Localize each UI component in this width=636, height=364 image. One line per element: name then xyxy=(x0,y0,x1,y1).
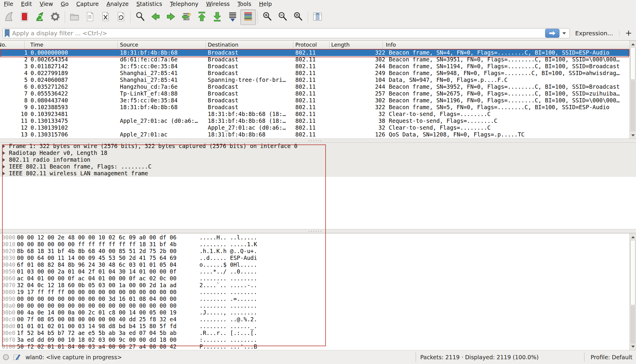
zoom-out-button[interactable] xyxy=(275,9,291,25)
scroll-down-arrow[interactable] xyxy=(630,344,636,349)
scrollbar-track[interactable] xyxy=(630,80,635,131)
packet-row[interactable]: 3 0.011827142 3c:f5:cc:0e:35:84 Broadcas… xyxy=(0,63,629,70)
filter-dropdown-button[interactable] xyxy=(561,29,568,37)
packet-row[interactable]: 12 0.130139102 Apple_27:01:ac (d0:a6:… 8… xyxy=(0,124,629,131)
hex-row[interactable]: 0020 8b 68 18 31 bf 4b 8b 68 40 00 85 51… xyxy=(0,248,636,255)
hex-row[interactable]: 00f0 3a ed dd 09 00 10 18 02 03 00 9c 00… xyxy=(0,336,636,343)
menu-item[interactable]: Capture xyxy=(72,0,103,8)
hex-row[interactable]: 0090 00 00 00 00 00 00 00 00 00 3d 16 01… xyxy=(0,295,636,302)
column-separator[interactable] xyxy=(293,41,293,49)
hex-row[interactable]: 0030 00 00 64 00 11 14 00 09 45 53 50 2d… xyxy=(0,255,636,261)
menu-item[interactable]: Wireless xyxy=(202,0,234,8)
capture-comment-button[interactable] xyxy=(13,354,21,363)
detail-row[interactable]: Frame 1: 322 bytes on wire (2576 bits), … xyxy=(0,143,636,150)
hex-row[interactable]: 0060 ac 04 01 00 00 0f ac 04 01 00 00 0f… xyxy=(0,275,636,282)
go-to-first-packet-button[interactable] xyxy=(194,9,210,25)
pane-splitter[interactable] xyxy=(0,229,636,233)
save-file-button[interactable] xyxy=(82,9,98,25)
find-packet-button[interactable] xyxy=(132,9,148,25)
column-header-destination[interactable]: Destination xyxy=(208,41,238,49)
menu-item[interactable]: Go xyxy=(57,0,72,8)
expander-arrow-icon[interactable] xyxy=(3,172,5,175)
scroll-down-arrow[interactable] xyxy=(630,132,636,138)
scrollbar-thumb[interactable] xyxy=(630,47,635,80)
expander-arrow-icon[interactable] xyxy=(3,144,5,148)
packet-row[interactable]: 4 0.022799189 Shanghai_27:85:41 Broadcas… xyxy=(0,70,629,77)
packet-row[interactable]: 5 0.024060087 Shanghai_27:85:41 Spanning… xyxy=(0,77,629,83)
packet-list-scrollbar[interactable] xyxy=(629,41,636,139)
bytes-scrollbar[interactable] xyxy=(629,233,636,350)
column-separator[interactable] xyxy=(206,41,206,49)
start-capture-button[interactable] xyxy=(1,9,17,25)
expert-info-button[interactable] xyxy=(2,354,9,362)
detail-row[interactable]: 802.11 radio information xyxy=(0,156,636,163)
expander-arrow-icon[interactable] xyxy=(3,151,5,155)
menu-item[interactable]: Edit xyxy=(17,0,36,8)
menu-item[interactable]: File xyxy=(0,0,17,8)
zoom-in-button[interactable] xyxy=(260,9,275,25)
packet-row[interactable]: 7 0.055536422 Tp-LinkT_ef:48:88 Broadcas… xyxy=(0,90,629,97)
profile-text[interactable]: Profile: Default xyxy=(591,350,632,364)
column-header-protocol[interactable]: Protocol xyxy=(295,41,317,49)
column-separator[interactable] xyxy=(329,41,329,49)
detail-row[interactable]: IEEE 802.11 wireless LAN management fram… xyxy=(0,170,636,177)
detail-row[interactable]: IEEE 802.11 Beacon frame, Flags: .......… xyxy=(0,163,636,170)
open-file-button[interactable] xyxy=(67,9,82,25)
menu-item[interactable]: Telephony xyxy=(166,0,202,8)
packet-row[interactable]: 13 0.130315706 Apple_27:01:ac 18:31:bf:4… xyxy=(0,131,629,138)
column-header-source[interactable]: Source xyxy=(120,41,138,49)
go-forward-button[interactable] xyxy=(163,9,179,25)
apply-filter-button[interactable] xyxy=(545,29,559,38)
auto-scroll-button[interactable] xyxy=(225,9,240,25)
display-filter-field[interactable] xyxy=(2,28,570,38)
add-filter-button[interactable]: + xyxy=(623,26,634,40)
reload-file-button[interactable] xyxy=(113,9,129,25)
menu-item[interactable]: Analyze xyxy=(103,0,133,8)
menu-item[interactable]: Help xyxy=(255,0,276,8)
go-back-button[interactable] xyxy=(148,9,163,25)
column-separator[interactable] xyxy=(383,41,383,49)
hex-row[interactable]: 00b0 00 4a 0e 14 00 0a 00 2c 01 c8 00 14… xyxy=(0,309,636,316)
column-header-length[interactable]: Length xyxy=(331,41,350,49)
hex-row[interactable]: 00d0 01 01 01 02 01 00 03 14 98 d8 bd b4… xyxy=(0,323,636,330)
hex-row[interactable]: 0000 00 00 12 00 2e 48 00 00 10 02 6c 09… xyxy=(0,234,636,241)
packet-row[interactable]: 9 0.102388593 18:31:bf:4b:8b:68 Broadcas… xyxy=(0,104,629,111)
hex-row[interactable]: 00c0 00 7f 08 05 00 08 00 00 00 00 40 dd… xyxy=(0,316,636,323)
packet-row[interactable]: 1 0.000000000 18:31:bf:4b:8b:68 Broadcas… xyxy=(0,49,629,56)
scrollbar-track[interactable] xyxy=(630,306,635,344)
colorize-packets-button[interactable] xyxy=(240,9,256,25)
capture-options-button[interactable] xyxy=(47,9,63,25)
scroll-up-arrow[interactable] xyxy=(630,41,636,47)
hex-row[interactable]: 00a0 00 00 00 00 00 00 00 00 00 00 00 00… xyxy=(0,302,636,309)
packet-row[interactable]: 11 0.130133475 Apple_27:01:ac (d0:a6:… 1… xyxy=(0,117,629,124)
packet-row[interactable]: 10 0.103923481 18:31:bf:4b:8b:68 (18:… 8… xyxy=(0,111,629,117)
column-header-info[interactable]: Info xyxy=(386,41,396,49)
column-separator[interactable] xyxy=(118,41,118,49)
menu-item[interactable]: Tools xyxy=(234,0,255,8)
hex-row[interactable]: 0070 32 04 0c 12 18 60 0b 05 03 00 1a 00… xyxy=(0,282,636,289)
menu-item[interactable]: Statistics xyxy=(133,0,166,8)
column-header-time[interactable]: Time xyxy=(30,41,43,49)
expression-button[interactable]: Expression... xyxy=(575,26,613,40)
hex-row[interactable]: 0100 50 f2 02 01 01 84 00 03 a4 00 00 27… xyxy=(0,343,636,350)
zoom-reset-button[interactable] xyxy=(291,9,306,25)
hex-row[interactable]: 00e0 1f 52 b4 b5 b7 72 ae e5 5b ab 3a ed… xyxy=(0,330,636,336)
menu-item[interactable]: View xyxy=(36,0,57,8)
display-filter-input[interactable] xyxy=(12,29,545,37)
stop-capture-button[interactable] xyxy=(17,9,32,25)
packet-row[interactable]: 8 0.080443740 3e:f5:cc:0e:35:84 Broadcas… xyxy=(0,97,629,104)
resize-columns-button[interactable] xyxy=(310,9,325,25)
column-separator[interactable] xyxy=(24,41,25,49)
hex-row[interactable]: 0050 01 03 00 00 2a 01 04 2f 01 04 30 14… xyxy=(0,268,636,275)
go-to-packet-button[interactable] xyxy=(179,9,194,25)
hex-row[interactable]: 0010 00 00 80 00 00 00 ff ff ff ff ff ff… xyxy=(0,241,636,248)
packet-row[interactable]: 6 0.035271262 Hangzhou_cd:7a:6e Broadcas… xyxy=(0,83,629,90)
scroll-up-arrow[interactable] xyxy=(630,234,636,240)
column-header-no[interactable]: No. xyxy=(0,41,24,49)
expander-arrow-icon[interactable] xyxy=(3,158,5,162)
expander-arrow-icon[interactable] xyxy=(3,165,5,169)
filter-bookmark-icon[interactable] xyxy=(3,29,12,38)
close-file-button[interactable] xyxy=(98,9,113,25)
packet-row[interactable]: 2 0.002654354 d6:61:fe:cd:7a:6e Broadcas… xyxy=(0,56,629,63)
scrollbar-thumb[interactable] xyxy=(630,240,635,305)
